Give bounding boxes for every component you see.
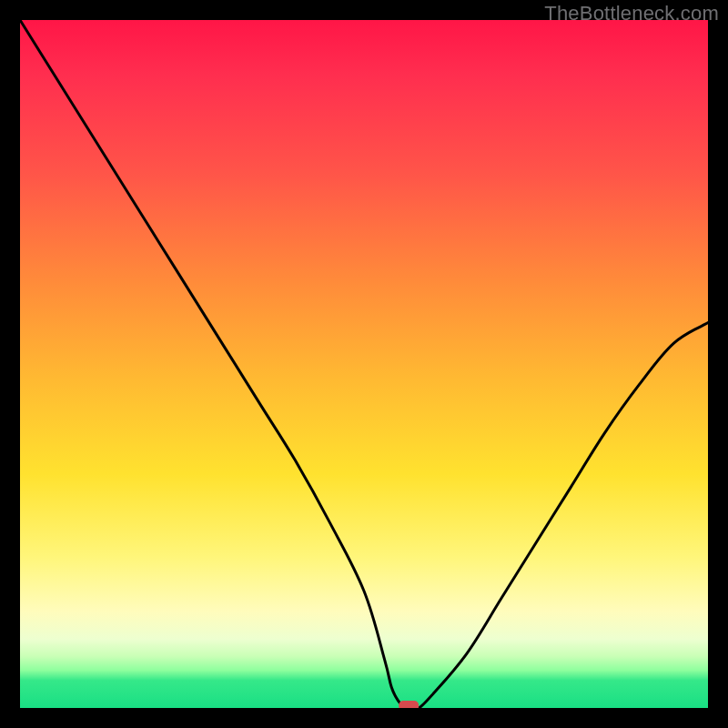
chart-plot-area xyxy=(20,20,708,708)
chart-frame: TheBottleneck.com xyxy=(0,0,728,728)
bottleneck-curve-svg xyxy=(20,20,708,708)
bottleneck-curve-path xyxy=(20,20,708,708)
watermark-label: TheBottleneck.com xyxy=(544,2,719,25)
min-marker xyxy=(399,701,419,708)
